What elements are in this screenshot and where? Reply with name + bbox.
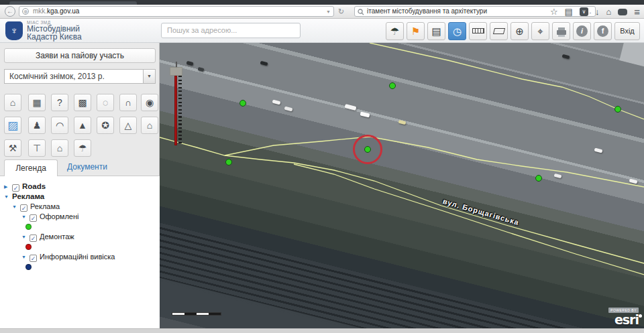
- measure-area-button[interactable]: [490, 22, 508, 40]
- tool-tent[interactable]: △: [119, 117, 137, 134]
- brand-title-2: Кадастр Києва: [27, 33, 82, 41]
- tool-obelisk-icon: ▲: [78, 120, 87, 131]
- tool-unknown[interactable]: ?: [51, 94, 68, 111]
- advert-point[interactable]: [226, 159, 232, 165]
- home-icon[interactable]: ⌂: [606, 7, 611, 16]
- bookmark-star-icon[interactable]: ☆: [550, 7, 558, 16]
- address-search-input[interactable]: Пошук за адресою...: [161, 23, 301, 38]
- advert-point[interactable]: [390, 83, 396, 89]
- scale-bar-segment: [209, 313, 221, 315]
- tool-education-icon: ◠: [56, 120, 64, 131]
- advert-point[interactable]: [536, 176, 542, 182]
- clipboard-icon: ▤: [431, 26, 441, 36]
- tool-shop[interactable]: ⌂: [141, 117, 158, 134]
- tool-construction-icon: ⚒: [9, 143, 17, 153]
- tree-arrow-icon[interactable]: ▼: [21, 212, 30, 222]
- tool-street-umbrella-icon: ☂: [78, 143, 87, 153]
- layer-label[interactable]: Демонтаж: [40, 232, 74, 241]
- layer-label[interactable]: Оформлені: [40, 212, 78, 220]
- share-participation-button[interactable]: Заяви на пайову участь: [4, 48, 156, 63]
- tool-monuments[interactable]: ♟: [28, 117, 46, 134]
- layer-checkbox[interactable]: ✓: [12, 184, 19, 192]
- tool-kiosk-2[interactable]: ⌂: [51, 139, 68, 157]
- tool-billboard[interactable]: ⊤: [28, 139, 46, 157]
- layer-checkbox[interactable]: ✓: [30, 214, 37, 222]
- tool-education[interactable]: ◠: [51, 117, 68, 134]
- crosshair-button[interactable]: ⌖: [531, 22, 549, 40]
- info-button[interactable]: i: [573, 22, 591, 40]
- advert-point[interactable]: [240, 101, 246, 107]
- url-dropdown-icon[interactable]: ▼: [326, 9, 331, 14]
- scale-bar-segment: [172, 313, 184, 315]
- print-button[interactable]: [552, 22, 570, 40]
- url-bar[interactable]: ⊕mkk.kga.gov.ua: [19, 6, 334, 17]
- tool-selection[interactable]: ◌: [97, 94, 114, 111]
- download-icon[interactable]: ↓: [595, 7, 600, 16]
- maf-umbrella-button[interactable]: ☂: [386, 22, 404, 40]
- menu-icon[interactable]: ≡: [634, 7, 640, 17]
- tool-construction[interactable]: ⚒: [4, 139, 21, 157]
- zoom-slider-track[interactable]: [174, 76, 177, 145]
- reading-list-icon[interactable]: ▤: [565, 7, 573, 16]
- facebook-icon: f: [597, 25, 608, 37]
- search-icon: [358, 9, 364, 15]
- tool-selection-icon: ◌: [103, 97, 108, 108]
- layer-label[interactable]: Roads: [22, 182, 46, 190]
- layer-checkbox[interactable]: ✓: [20, 204, 28, 212]
- tool-kiosk-2-icon: ⌂: [57, 143, 62, 153]
- tool-badge[interactable]: ✪: [97, 117, 114, 134]
- layer-label[interactable]: Реклама: [12, 192, 44, 200]
- tree-arrow-icon[interactable]: ▼: [4, 192, 12, 202]
- cadastre-line: [294, 164, 644, 275]
- tool-arch[interactable]: ∩: [119, 94, 137, 111]
- globe-button[interactable]: ⊕: [511, 22, 529, 40]
- navigation-compass-button[interactable]: ◷: [448, 22, 466, 40]
- crosshair-icon: ⌖: [537, 26, 543, 36]
- tool-obelisk[interactable]: ▲: [74, 117, 91, 134]
- tool-arch-icon: ∩: [125, 97, 131, 108]
- advert-point[interactable]: [365, 147, 371, 153]
- layer-checkbox[interactable]: ✓: [30, 255, 37, 262]
- reload-icon[interactable]: ↻: [338, 7, 344, 16]
- tree-arrow-icon[interactable]: ▶: [4, 182, 12, 192]
- tool-kiosk[interactable]: ⌂: [4, 94, 21, 111]
- zoom-slider[interactable]: [169, 62, 185, 147]
- legend-swatch-row: [0, 222, 160, 232]
- tool-rings[interactable]: ◉: [141, 94, 158, 111]
- app-logo: ♆: [5, 21, 23, 40]
- tree-arrow-icon[interactable]: ▼: [12, 202, 20, 212]
- tree-arrow-icon[interactable]: ▼: [21, 232, 30, 242]
- app-brand: МІАС ЗМД Містобудівний Кадастр Києва: [27, 20, 82, 41]
- window-titlebar: [0, 0, 644, 5]
- tab-documents[interactable]: Документи: [67, 162, 107, 172]
- scale-bar-segment: [197, 313, 209, 315]
- advert-point[interactable]: [615, 107, 621, 113]
- esri-wordmark: esri: [608, 314, 639, 326]
- login-button[interactable]: Вхід: [614, 22, 640, 40]
- measure-length-button[interactable]: [469, 22, 487, 40]
- tool-map-layers[interactable]: ▨: [4, 117, 21, 134]
- basemap-select[interactable]: Космічний знімок, 2013 р.▼: [4, 69, 156, 84]
- layer-checkbox[interactable]: ✓: [30, 235, 37, 242]
- facebook-button[interactable]: f: [594, 22, 612, 40]
- map-canvas[interactable]: вул. Борщагівська POWERED BY esri: [160, 43, 644, 328]
- clipboard-button[interactable]: ▤: [427, 22, 445, 40]
- tool-monuments-icon: ♟: [33, 120, 42, 131]
- tool-street-umbrella[interactable]: ☂: [74, 139, 91, 157]
- tool-buildings-icon: ▦: [32, 97, 41, 108]
- tool-blocks[interactable]: ▩: [74, 94, 91, 111]
- measure-area-icon: [492, 28, 504, 34]
- orange-marker-button[interactable]: ⚑: [407, 22, 425, 40]
- tool-buildings[interactable]: ▦: [28, 94, 46, 111]
- tool-billboard-icon: ⊤: [33, 143, 41, 153]
- pocket-icon[interactable]: ∨: [580, 7, 588, 16]
- tool-blocks-icon: ▩: [78, 97, 87, 108]
- back-button[interactable]: ←: [5, 6, 15, 17]
- layer-label[interactable]: Реклама: [30, 202, 60, 210]
- tree-arrow-icon[interactable]: ▼: [21, 252, 30, 262]
- zoom-slider-thumb[interactable]: [170, 67, 182, 76]
- basemap-dropdown-icon[interactable]: ▼: [143, 70, 155, 83]
- chat-icon[interactable]: [618, 9, 627, 15]
- layer-label[interactable]: Информаційні вивіска: [40, 253, 115, 261]
- tab-legend[interactable]: Легенда: [4, 159, 58, 176]
